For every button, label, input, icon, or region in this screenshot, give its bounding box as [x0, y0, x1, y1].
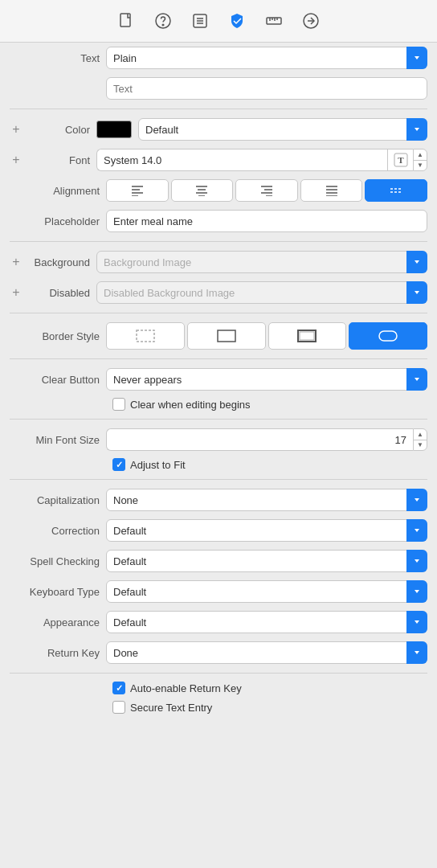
disabled-select[interactable]: Disabled Background Image — [96, 281, 427, 304]
color-row: + Color Default Custom — [0, 114, 437, 145]
clear-button-label: Clear Button — [10, 374, 106, 386]
keyboard-type-select-wrapper: Default ASCII Capable Numbers and Punctu… — [106, 580, 427, 603]
font-stepper[interactable]: ▲ ▼ — [413, 149, 427, 171]
document-icon[interactable] — [115, 10, 137, 32]
ruler-icon[interactable] — [263, 10, 285, 32]
divider-5 — [10, 419, 427, 420]
return-key-row: Return Key Done Go Google Join Next Rout… — [0, 637, 437, 668]
background-plus-btn[interactable]: + — [10, 256, 22, 268]
appearance-row: Appearance Default Dark Light — [0, 607, 437, 637]
capitalization-select-wrapper: None Words Sentences All Characters — [106, 489, 427, 511]
border-line-btn[interactable] — [187, 322, 266, 350]
align-justify-btn[interactable] — [300, 179, 363, 202]
font-stepper-down[interactable]: ▼ — [414, 161, 427, 171]
align-none-btn[interactable] — [365, 179, 427, 202]
font-t-button[interactable]: T — [387, 149, 413, 171]
secure-text-checkbox[interactable] — [112, 701, 125, 714]
background-select[interactable]: Background Image — [96, 251, 427, 273]
svg-rect-41 — [300, 332, 314, 340]
min-font-input[interactable] — [106, 428, 413, 451]
disabled-plus-btn[interactable]: + — [10, 286, 22, 299]
text-placeholder-row — [0, 73, 437, 104]
secure-text-row: Secure Text Entry — [0, 698, 437, 717]
return-key-label: Return Key — [10, 647, 106, 659]
divider-2 — [10, 241, 427, 242]
disabled-label: Disabled — [26, 287, 96, 299]
shield-icon[interactable] — [226, 10, 248, 32]
border-none-btn[interactable] — [106, 322, 185, 350]
placeholder-row: Placeholder — [0, 206, 437, 236]
adjust-fit-checkbox[interactable] — [112, 458, 125, 471]
capitalization-row: Capitalization None Words Sentences All … — [0, 485, 437, 515]
font-field-display: System 14.0 — [96, 149, 387, 171]
font-plus-btn[interactable]: + — [10, 154, 22, 166]
svg-rect-0 — [120, 14, 130, 27]
svg-rect-42 — [379, 331, 397, 341]
adjust-fit-row: Adjust to Fit — [0, 455, 437, 474]
align-center-btn[interactable] — [171, 179, 234, 202]
list-icon[interactable] — [189, 10, 211, 32]
font-label: Font — [26, 154, 96, 166]
border-style-row: Border Style — [0, 318, 437, 354]
adjust-fit-label: Adjust to Fit — [130, 459, 186, 471]
border-style-label: Border Style — [10, 330, 106, 342]
text-label: Text — [10, 52, 106, 64]
correction-select[interactable]: Default Yes No — [106, 519, 427, 542]
placeholder-label: Placeholder — [10, 215, 106, 227]
border-style-controls — [106, 322, 427, 350]
arrow-right-icon[interactable] — [300, 10, 322, 32]
clear-button-select[interactable]: Never appears Appears while editing Appe… — [106, 368, 427, 391]
align-left-btn[interactable] — [106, 179, 169, 202]
min-font-stepper[interactable]: ▲ ▼ — [413, 428, 427, 451]
align-right-btn[interactable] — [235, 179, 298, 202]
placeholder-input[interactable] — [106, 210, 427, 232]
border-bezel-btn[interactable] — [268, 322, 347, 350]
color-controls: Default Custom — [96, 118, 427, 141]
return-key-select[interactable]: Done Go Google Join Next Route Search Se… — [106, 641, 427, 664]
border-rounded-btn[interactable] — [349, 322, 427, 350]
toolbar — [0, 0, 437, 43]
text-row: Text Plain Attributed — [0, 43, 437, 73]
keyboard-type-label: Keyboard Type — [10, 586, 106, 598]
text-placeholder-input[interactable] — [106, 77, 427, 100]
auto-enable-checkbox[interactable] — [112, 682, 125, 694]
appearance-select[interactable]: Default Dark Light — [106, 611, 427, 633]
secure-text-checkbox-wrapper: Secure Text Entry — [112, 701, 212, 714]
color-label: Color — [26, 124, 96, 136]
divider-1 — [10, 108, 427, 109]
capitalization-select[interactable]: None Words Sentences All Characters — [106, 489, 427, 511]
min-font-stepper-down[interactable]: ▼ — [414, 440, 427, 451]
divider-3 — [10, 313, 427, 313]
svg-rect-7 — [267, 18, 281, 24]
background-row: + Background Background Image — [0, 247, 437, 277]
auto-enable-label: Auto-enable Return Key — [130, 682, 242, 694]
correction-label: Correction — [10, 525, 106, 537]
svg-rect-38 — [137, 330, 154, 342]
clear-button-select-wrapper: Never appears Appears while editing Appe… — [106, 368, 427, 391]
color-swatch[interactable] — [96, 121, 132, 138]
keyboard-type-select[interactable]: Default ASCII Capable Numbers and Punctu… — [106, 580, 427, 603]
min-font-stepper-up[interactable]: ▲ — [414, 429, 427, 440]
alignment-controls — [106, 179, 427, 202]
divider-4 — [10, 358, 427, 359]
correction-select-wrapper: Default Yes No — [106, 519, 427, 542]
appearance-label: Appearance — [10, 616, 106, 628]
divider-6 — [10, 479, 427, 480]
text-select[interactable]: Plain Attributed — [106, 47, 427, 69]
spell-checking-select[interactable]: Default Yes No — [106, 550, 427, 572]
min-font-controls: ▲ ▼ — [106, 428, 427, 451]
disabled-row: + Disabled Disabled Background Image — [0, 277, 437, 308]
font-stepper-up[interactable]: ▲ — [414, 149, 427, 161]
font-row: + Font System 14.0 T ▲ ▼ — [0, 145, 437, 175]
help-icon[interactable] — [152, 10, 174, 32]
disabled-select-wrapper: Disabled Background Image — [96, 281, 427, 304]
font-controls: System 14.0 T ▲ ▼ — [96, 149, 427, 171]
auto-enable-row: Auto-enable Return Key — [0, 678, 437, 698]
color-select[interactable]: Default Custom — [138, 118, 427, 141]
appearance-select-wrapper: Default Dark Light — [106, 611, 427, 633]
clear-editing-checkbox[interactable] — [112, 398, 125, 411]
keyboard-type-row: Keyboard Type Default ASCII Capable Numb… — [0, 576, 437, 607]
color-plus-btn[interactable]: + — [10, 123, 22, 136]
color-select-wrapper: Default Custom — [138, 118, 427, 141]
divider-7 — [10, 673, 427, 674]
